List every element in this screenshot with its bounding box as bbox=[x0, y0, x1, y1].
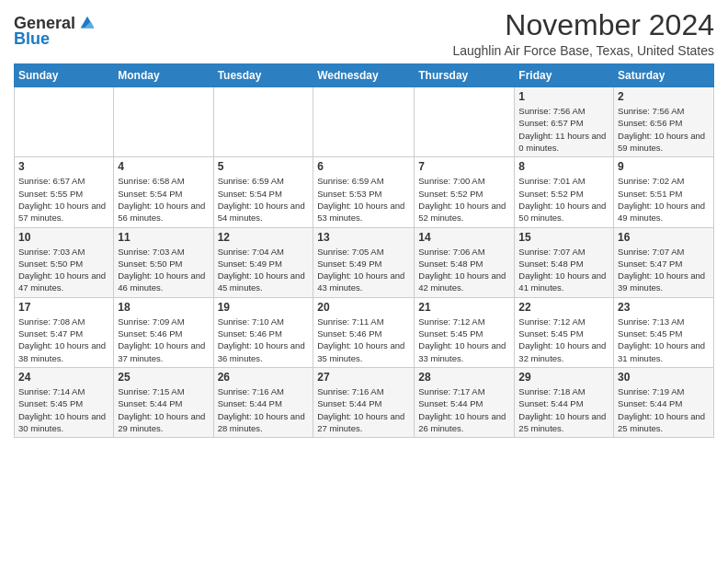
calendar-cell bbox=[313, 87, 415, 157]
column-header-friday: Friday bbox=[515, 64, 614, 87]
calendar-cell: 8Sunrise: 7:01 AM Sunset: 5:52 PM Daylig… bbox=[515, 157, 614, 227]
month-title: November 2024 bbox=[452, 9, 714, 41]
logo-icon bbox=[77, 13, 97, 33]
day-number: 11 bbox=[118, 231, 209, 244]
day-info: Sunrise: 7:56 AM Sunset: 6:56 PM Dayligh… bbox=[618, 105, 710, 154]
day-number: 2 bbox=[618, 90, 710, 103]
column-header-thursday: Thursday bbox=[415, 64, 515, 87]
calendar-cell: 23Sunrise: 7:13 AM Sunset: 5:45 PM Dayli… bbox=[614, 297, 714, 367]
calendar-cell: 13Sunrise: 7:05 AM Sunset: 5:49 PM Dayli… bbox=[313, 227, 415, 297]
day-info: Sunrise: 7:09 AM Sunset: 5:46 PM Dayligh… bbox=[118, 316, 209, 364]
calendar-cell: 27Sunrise: 7:16 AM Sunset: 5:44 PM Dayli… bbox=[313, 367, 415, 437]
day-info: Sunrise: 7:17 AM Sunset: 5:44 PM Dayligh… bbox=[418, 385, 510, 434]
day-info: Sunrise: 7:16 AM Sunset: 5:44 PM Dayligh… bbox=[218, 385, 310, 434]
column-header-sunday: Sunday bbox=[15, 64, 114, 87]
day-number: 18 bbox=[118, 301, 209, 314]
day-info: Sunrise: 7:14 AM Sunset: 5:45 PM Dayligh… bbox=[18, 385, 109, 434]
calendar-cell bbox=[415, 87, 515, 157]
calendar-cell: 6Sunrise: 6:59 AM Sunset: 5:53 PM Daylig… bbox=[313, 157, 415, 227]
header-row: SundayMondayTuesdayWednesdayThursdayFrid… bbox=[15, 64, 714, 87]
day-info: Sunrise: 7:11 AM Sunset: 5:46 PM Dayligh… bbox=[317, 316, 410, 364]
column-header-monday: Monday bbox=[114, 64, 213, 87]
column-header-wednesday: Wednesday bbox=[313, 64, 415, 87]
day-info: Sunrise: 7:01 AM Sunset: 5:52 PM Dayligh… bbox=[518, 175, 609, 224]
calendar-cell bbox=[114, 87, 213, 157]
calendar-cell: 24Sunrise: 7:14 AM Sunset: 5:45 PM Dayli… bbox=[15, 367, 114, 437]
day-number: 4 bbox=[118, 160, 209, 173]
day-number: 22 bbox=[518, 301, 609, 314]
calendar-cell: 2Sunrise: 7:56 AM Sunset: 6:56 PM Daylig… bbox=[614, 87, 714, 157]
day-number: 6 bbox=[317, 160, 410, 173]
day-info: Sunrise: 6:59 AM Sunset: 5:53 PM Dayligh… bbox=[317, 175, 410, 224]
column-header-tuesday: Tuesday bbox=[213, 64, 313, 87]
calendar-week-3: 10Sunrise: 7:03 AM Sunset: 5:50 PM Dayli… bbox=[15, 227, 714, 297]
calendar-cell: 22Sunrise: 7:12 AM Sunset: 5:45 PM Dayli… bbox=[515, 297, 614, 367]
calendar-cell: 1Sunrise: 7:56 AM Sunset: 6:57 PM Daylig… bbox=[515, 87, 614, 157]
calendar-cell: 30Sunrise: 7:19 AM Sunset: 5:44 PM Dayli… bbox=[614, 367, 714, 437]
calendar-header: SundayMondayTuesdayWednesdayThursdayFrid… bbox=[15, 64, 714, 87]
calendar-cell bbox=[213, 87, 313, 157]
day-number: 3 bbox=[18, 160, 109, 173]
calendar-cell: 17Sunrise: 7:08 AM Sunset: 5:47 PM Dayli… bbox=[15, 297, 114, 367]
day-number: 26 bbox=[218, 371, 310, 384]
calendar-body: 1Sunrise: 7:56 AM Sunset: 6:57 PM Daylig… bbox=[15, 87, 714, 438]
calendar-cell bbox=[15, 87, 114, 157]
day-number: 7 bbox=[418, 160, 510, 173]
logo-text: General Blue bbox=[14, 13, 97, 49]
day-number: 23 bbox=[618, 301, 710, 314]
calendar-cell: 26Sunrise: 7:16 AM Sunset: 5:44 PM Dayli… bbox=[213, 367, 313, 437]
column-header-saturday: Saturday bbox=[614, 64, 714, 87]
calendar-week-5: 24Sunrise: 7:14 AM Sunset: 5:45 PM Dayli… bbox=[15, 367, 714, 437]
calendar-cell: 16Sunrise: 7:07 AM Sunset: 5:47 PM Dayli… bbox=[614, 227, 714, 297]
day-number: 1 bbox=[518, 90, 609, 103]
day-info: Sunrise: 7:07 AM Sunset: 5:48 PM Dayligh… bbox=[518, 246, 609, 294]
calendar-cell: 3Sunrise: 6:57 AM Sunset: 5:55 PM Daylig… bbox=[15, 157, 114, 227]
calendar-cell: 25Sunrise: 7:15 AM Sunset: 5:44 PM Dayli… bbox=[114, 367, 213, 437]
day-info: Sunrise: 7:12 AM Sunset: 5:45 PM Dayligh… bbox=[418, 316, 510, 364]
day-info: Sunrise: 7:18 AM Sunset: 5:44 PM Dayligh… bbox=[518, 385, 609, 434]
day-info: Sunrise: 7:00 AM Sunset: 5:52 PM Dayligh… bbox=[418, 175, 510, 224]
day-info: Sunrise: 7:06 AM Sunset: 5:48 PM Dayligh… bbox=[418, 246, 510, 294]
day-info: Sunrise: 7:03 AM Sunset: 5:50 PM Dayligh… bbox=[118, 246, 209, 294]
day-info: Sunrise: 7:13 AM Sunset: 5:45 PM Dayligh… bbox=[618, 316, 710, 364]
day-info: Sunrise: 7:08 AM Sunset: 5:47 PM Dayligh… bbox=[18, 316, 109, 364]
day-number: 9 bbox=[618, 160, 710, 173]
day-number: 16 bbox=[618, 231, 710, 244]
calendar-cell: 28Sunrise: 7:17 AM Sunset: 5:44 PM Dayli… bbox=[415, 367, 515, 437]
calendar-cell: 5Sunrise: 6:59 AM Sunset: 5:54 PM Daylig… bbox=[213, 157, 313, 227]
day-info: Sunrise: 7:56 AM Sunset: 6:57 PM Dayligh… bbox=[518, 105, 609, 154]
day-number: 19 bbox=[218, 301, 310, 314]
day-number: 24 bbox=[18, 371, 109, 384]
day-number: 17 bbox=[18, 301, 109, 314]
day-number: 28 bbox=[418, 371, 510, 384]
calendar-cell: 12Sunrise: 7:04 AM Sunset: 5:49 PM Dayli… bbox=[213, 227, 313, 297]
day-info: Sunrise: 7:16 AM Sunset: 5:44 PM Dayligh… bbox=[317, 385, 410, 434]
day-number: 5 bbox=[218, 160, 310, 173]
calendar-week-1: 1Sunrise: 7:56 AM Sunset: 6:57 PM Daylig… bbox=[15, 87, 714, 157]
calendar-cell: 19Sunrise: 7:10 AM Sunset: 5:46 PM Dayli… bbox=[213, 297, 313, 367]
day-info: Sunrise: 7:04 AM Sunset: 5:49 PM Dayligh… bbox=[218, 246, 310, 294]
calendar-cell: 9Sunrise: 7:02 AM Sunset: 5:51 PM Daylig… bbox=[614, 157, 714, 227]
calendar-cell: 20Sunrise: 7:11 AM Sunset: 5:46 PM Dayli… bbox=[313, 297, 415, 367]
day-info: Sunrise: 7:05 AM Sunset: 5:49 PM Dayligh… bbox=[317, 246, 410, 294]
calendar-table: SundayMondayTuesdayWednesdayThursdayFrid… bbox=[14, 63, 714, 438]
day-number: 8 bbox=[518, 160, 609, 173]
calendar-cell: 29Sunrise: 7:18 AM Sunset: 5:44 PM Dayli… bbox=[515, 367, 614, 437]
day-number: 27 bbox=[317, 371, 410, 384]
day-info: Sunrise: 7:10 AM Sunset: 5:46 PM Dayligh… bbox=[218, 316, 310, 364]
day-number: 15 bbox=[518, 231, 609, 244]
calendar-cell: 11Sunrise: 7:03 AM Sunset: 5:50 PM Dayli… bbox=[114, 227, 213, 297]
day-info: Sunrise: 7:03 AM Sunset: 5:50 PM Dayligh… bbox=[18, 246, 109, 294]
logo: General Blue bbox=[14, 13, 97, 49]
calendar-week-4: 17Sunrise: 7:08 AM Sunset: 5:47 PM Dayli… bbox=[15, 297, 714, 367]
day-number: 12 bbox=[218, 231, 310, 244]
header: General Blue November 2024 Laughlin Air … bbox=[14, 9, 714, 58]
page-container: General Blue November 2024 Laughlin Air … bbox=[0, 0, 728, 442]
calendar-cell: 15Sunrise: 7:07 AM Sunset: 5:48 PM Dayli… bbox=[515, 227, 614, 297]
day-info: Sunrise: 7:12 AM Sunset: 5:45 PM Dayligh… bbox=[518, 316, 609, 364]
day-number: 29 bbox=[518, 371, 609, 384]
calendar-cell: 21Sunrise: 7:12 AM Sunset: 5:45 PM Dayli… bbox=[415, 297, 515, 367]
day-info: Sunrise: 7:19 AM Sunset: 5:44 PM Dayligh… bbox=[618, 385, 710, 434]
day-info: Sunrise: 7:02 AM Sunset: 5:51 PM Dayligh… bbox=[618, 175, 710, 224]
calendar-cell: 18Sunrise: 7:09 AM Sunset: 5:46 PM Dayli… bbox=[114, 297, 213, 367]
